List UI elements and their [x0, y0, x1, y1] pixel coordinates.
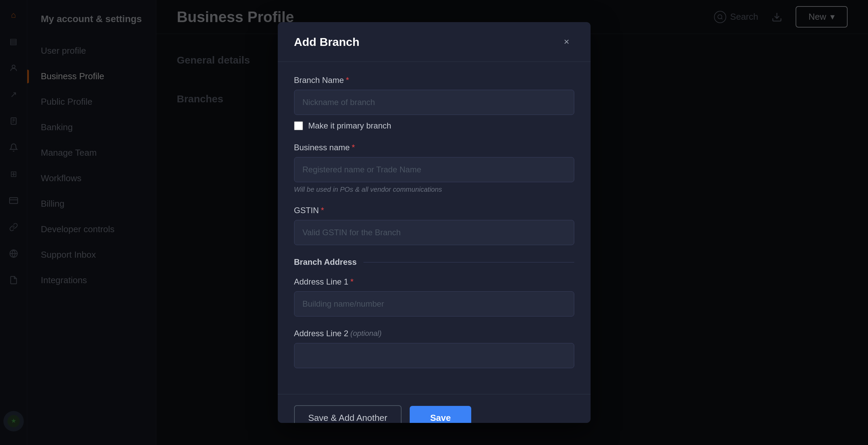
branch-name-group: Branch Name * Make it primary branch	[294, 75, 574, 131]
branch-address-label: Branch Address	[294, 257, 357, 267]
gstin-input[interactable]	[294, 220, 574, 245]
business-name-input[interactable]	[294, 157, 574, 182]
modal-body: Branch Name * Make it primary branch Bus…	[278, 62, 591, 394]
business-name-label: Business name *	[294, 143, 574, 152]
primary-branch-checkbox[interactable]	[294, 121, 303, 130]
modal-close-button[interactable]: ×	[559, 34, 574, 49]
address-line1-label: Address Line 1 *	[294, 277, 574, 287]
modal-footer: Save & Add Another Save	[278, 394, 591, 423]
modal-overlay[interactable]: Add Branch × Branch Name * Make it prima…	[0, 0, 868, 445]
branch-address-divider: Branch Address	[294, 257, 574, 267]
address-line2-optional: (optional)	[351, 329, 382, 338]
gstin-required: *	[321, 206, 324, 215]
gstin-label: GSTIN *	[294, 206, 574, 215]
business-name-required: *	[352, 143, 355, 152]
gstin-group: GSTIN *	[294, 206, 574, 245]
branch-name-label: Branch Name *	[294, 75, 574, 85]
address-line2-label: Address Line 2 (optional)	[294, 329, 574, 338]
address-line1-input[interactable]	[294, 291, 574, 316]
divider-line	[363, 262, 574, 262]
save-button[interactable]: Save	[410, 406, 471, 423]
modal-header: Add Branch ×	[278, 22, 591, 62]
branch-name-required: *	[346, 75, 349, 85]
branch-name-input[interactable]	[294, 90, 574, 115]
address-line1-required: *	[351, 277, 354, 287]
save-add-another-button[interactable]: Save & Add Another	[294, 405, 402, 423]
primary-branch-row: Make it primary branch	[294, 121, 574, 131]
address-line2-input[interactable]	[294, 343, 574, 368]
address-line2-group: Address Line 2 (optional)	[294, 329, 574, 368]
add-branch-modal: Add Branch × Branch Name * Make it prima…	[278, 22, 591, 423]
address-line1-group: Address Line 1 *	[294, 277, 574, 316]
business-name-group: Business name * Will be used in POs & al…	[294, 143, 574, 193]
modal-title: Add Branch	[294, 35, 360, 49]
primary-branch-label: Make it primary branch	[308, 121, 391, 131]
business-name-hint: Will be used in POs & all vendor communi…	[294, 186, 574, 193]
